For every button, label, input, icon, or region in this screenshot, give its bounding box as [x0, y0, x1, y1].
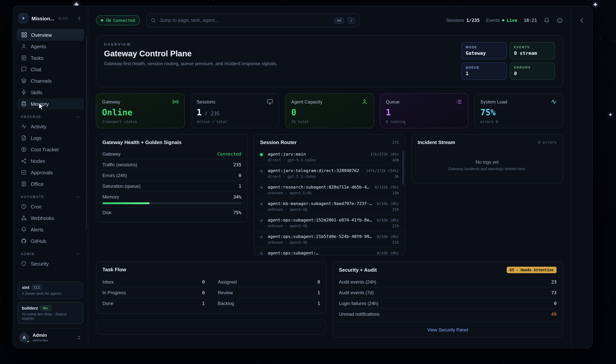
webhook-icon — [21, 215, 27, 221]
sidebar-section-observe[interactable]: OBSERVE — [17, 115, 84, 119]
panel-count: 0 errors — [538, 140, 557, 144]
sidebar-section-admin[interactable]: ADMIN — [17, 252, 84, 256]
sidebar-item-office[interactable]: Office — [17, 178, 84, 190]
audit-row: Login failures (24h)0 — [339, 298, 557, 308]
notifications-bell-icon[interactable] — [544, 17, 550, 24]
stat-title: Queue — [386, 99, 400, 104]
session-row[interactable]: agent:jarv:telegram:direct:328940762147k… — [254, 165, 405, 181]
panel-title: Incident Stream — [418, 140, 455, 145]
star — [5, 335, 5, 335]
promo-card-xint[interactable]: xint CLI X power tools for agents. — [18, 281, 83, 299]
zap-icon — [21, 89, 27, 95]
sidebar-section-automate[interactable]: AUTOMATE — [17, 195, 84, 199]
gateway-status-badge[interactable]: GW Connected — [96, 15, 140, 25]
sidebar-item-label: Nodes — [31, 158, 45, 164]
help-smiley-icon[interactable] — [557, 17, 563, 24]
session-row[interactable]: agent:kb-manager:subagent:9aed797e-723f-… — [254, 198, 405, 214]
events-chip: EVENTS 0 stream — [510, 42, 555, 59]
sidebar-item-skills[interactable]: Skills — [17, 87, 84, 98]
sidebar: Mission... v2.0.0 Overview Agents Tasks — [13, 6, 88, 348]
user-menu[interactable]: A Admin openclaw — [18, 328, 83, 343]
user-org: openclaw — [33, 338, 48, 342]
session-router-panel: Session Router 235 agent:jarv:main17k/27… — [254, 134, 405, 256]
stat-card-system-load[interactable]: System Load 75% errors 0 — [474, 93, 563, 128]
session-list-scrollbar[interactable] — [402, 151, 404, 185]
sidebar-collapse-button[interactable] — [76, 15, 82, 21]
sidebar-item-cron[interactable]: Cron — [17, 201, 84, 212]
sidebar-item-security[interactable]: Security — [17, 258, 84, 269]
stat-caption: transport status — [102, 119, 178, 124]
layers-icon — [21, 78, 27, 84]
sidebar-item-overview[interactable]: Overview — [17, 29, 84, 41]
empty-state-subtitle: Gateway incidents and warnings stream he… — [418, 167, 557, 171]
memory-usage-fill — [102, 202, 150, 204]
task-flow-row: Done1 — [102, 298, 205, 308]
security-audit-panel: Security + Audit 65 - Needs Attention Au… — [332, 261, 563, 338]
session-list[interactable]: agent:jarv:main17k/272k (6%) direct · gp… — [254, 149, 405, 255]
session-idle-dot — [260, 219, 263, 222]
sessions-value: 1/235 — [466, 18, 480, 23]
sidebar-item-tasks[interactable]: Tasks — [17, 52, 84, 64]
star — [614, 26, 615, 26]
global-search[interactable]: ⌘K / — [146, 13, 359, 27]
session-idle-dot — [260, 252, 263, 255]
keyboard-shortcut-cmd-k: ⌘K — [334, 17, 344, 24]
radio-broadcast-icon — [172, 98, 178, 105]
live-dot — [502, 19, 504, 21]
star — [0, 361, 0, 361]
sidebar-item-label: Activity — [31, 124, 46, 129]
sidebar-item-activity[interactable]: Activity — [17, 121, 84, 132]
sidebar-item-chat[interactable]: Chat — [17, 64, 84, 75]
session-row[interactable]: agent:research:subagent:820a711e-db5b-4e… — [254, 181, 405, 198]
session-row[interactable]: agent:jarv:main17k/272k (6%) direct · gp… — [254, 149, 405, 165]
stat-card-gateway[interactable]: Gateway Online transport status — [96, 93, 185, 128]
session-row[interactable]: agent:ops:subagent:152d2061-e074-41fb-8e… — [254, 214, 405, 231]
metric-row: Traffic (sessions)235 — [102, 159, 241, 170]
check-square-icon — [21, 169, 27, 175]
stat-card-agent-capacity[interactable]: Agent Capacity 0 35 total — [285, 93, 374, 128]
sidebar-item-memory[interactable]: Memory — [17, 98, 84, 110]
session-row[interactable]: agent:ops:subagent:21b5fd0e-524b-48f0-99… — [254, 231, 405, 247]
session-active-dot — [260, 153, 263, 156]
sidebar-item-nodes[interactable]: Nodes — [17, 155, 84, 167]
star — [1, 298, 1, 298]
chat-bubble-icon — [21, 66, 27, 72]
activity-icon — [21, 123, 27, 130]
promo-card-builderz[interactable]: builderz dev AI-native dev shop · Solana… — [18, 302, 83, 324]
empty-state-title: No logs yet — [418, 159, 557, 165]
tasks-icon — [21, 55, 27, 61]
global-search-input[interactable] — [160, 18, 331, 23]
stat-caption: errors 0 — [480, 119, 557, 124]
sidebar-scrollbar[interactable] — [86, 36, 87, 230]
panel-title: Session Router — [260, 140, 297, 145]
app-logo-icon — [18, 13, 28, 23]
star — [600, 38, 601, 39]
sidebar-item-label: GitHub — [31, 238, 46, 244]
sidebar-item-cost-tracker[interactable]: Cost Tracker — [17, 144, 84, 155]
sidebar-item-approvals[interactable]: Approvals — [17, 167, 84, 178]
sidebar-item-alerts[interactable]: Alerts — [17, 224, 84, 235]
sidebar-item-webhooks[interactable]: Webhooks — [17, 212, 84, 224]
stat-suffix: / 235 — [202, 111, 220, 117]
sidebar-item-channels[interactable]: Channels — [17, 75, 84, 87]
collapse-panel-chevron-left-icon[interactable] — [578, 17, 585, 24]
stat-title: Gateway — [102, 99, 120, 104]
star — [612, 334, 612, 334]
panel-title: Security + Audit — [339, 267, 377, 273]
stat-card-queue[interactable]: Queue 1 0 running — [380, 93, 468, 128]
task-flow-row: Assigned0 — [218, 277, 320, 287]
sidebar-item-agents[interactable]: Agents — [17, 41, 84, 52]
app-name: Mission... — [31, 15, 54, 21]
stat-title: Sessions — [197, 99, 215, 104]
star — [250, 357, 250, 357]
sidebar-item-github[interactable]: GitHub — [17, 235, 84, 247]
grid-icon — [21, 32, 27, 38]
chip-label: ERRORS — [514, 65, 551, 69]
sidebar-item-logs[interactable]: Logs — [17, 132, 84, 144]
view-security-panel-link[interactable]: View Security Panel — [427, 327, 468, 333]
gateway-health-panel: Gateway Health + Golden Signals GatewayC… — [96, 134, 248, 223]
session-row[interactable]: agent:ops:subagent:…0/33k (0%) unknown ·… — [254, 247, 405, 255]
clock: 18:21 — [524, 18, 537, 23]
stat-card-sessions[interactable]: Sessions 1 / 235 active / total — [191, 93, 279, 128]
metric-row: Saturation (queue)1 — [102, 181, 241, 191]
